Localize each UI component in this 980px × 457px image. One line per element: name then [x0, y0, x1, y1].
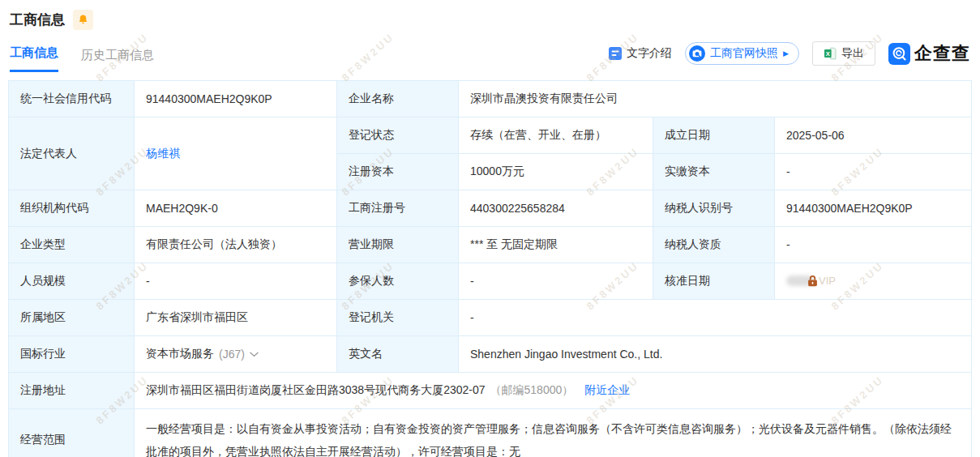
industry-text: 资本市场服务: [146, 347, 214, 361]
table-row: 国标行业 资本市场服务 (J67) 英文名 Shenzhen Jingao In…: [9, 336, 972, 373]
official-snapshot-label: 工商官网快照: [710, 46, 778, 61]
legal-rep-label: 法定代表人: [9, 117, 135, 190]
export-label: 导出: [841, 46, 864, 61]
establish-date-label: 成立日期: [653, 117, 775, 154]
table-row: 所属地区 广东省深圳市福田区 登记机关 -: [9, 300, 972, 336]
chevron-down-icon: [250, 352, 259, 357]
table-row: 注册地址 深圳市福田区福田街道岗厦社区金田路3038号现代商务大厦2302-07…: [9, 373, 972, 409]
legal-rep-value: 杨维祺: [135, 117, 337, 190]
reg-number-value: 440300225658284: [459, 190, 653, 227]
org-code-value: MAEH2Q9K-0: [135, 190, 337, 227]
approval-date-label: 核准日期: [653, 263, 775, 300]
business-scope-label: 经营范围: [9, 409, 135, 457]
lock-icon: [807, 275, 818, 287]
svg-text:X: X: [826, 50, 830, 58]
business-scope-value: 一般经营项目是：以自有资金从事投资活动；自有资金投资的资产管理服务；信息咨询服务…: [135, 409, 972, 457]
company-type-value: 有限责任公司（法人独资）: [135, 227, 337, 263]
address-postcode: （邮编518000）: [490, 383, 574, 396]
brand-name: 企查查: [914, 41, 970, 66]
staff-size-label: 人员规模: [9, 263, 135, 300]
taxpayer-qual-label: 纳税人资质: [653, 227, 775, 263]
reg-authority-label: 登记机关: [337, 300, 459, 336]
insured-count-label: 参保人数: [337, 263, 459, 300]
table-row: 经营范围 一般经营项目是：以自有资金从事投资活动；自有资金投资的资产管理服务；信…: [9, 409, 972, 457]
business-info-table: 统一社会信用代码 91440300MAEH2Q9K0P 企业名称 深圳市晶澳投资…: [8, 80, 972, 457]
export-button[interactable]: X 导出: [812, 41, 875, 66]
paid-capital-label: 实缴资本: [653, 154, 775, 190]
unified-code-value: 91440300MAEH2Q9K0P: [135, 81, 337, 117]
address-text: 深圳市福田区福田街道岗厦社区金田路3038号现代商务大厦2302-07: [146, 383, 486, 396]
taxpayer-qual-value: -: [775, 227, 972, 263]
reg-capital-label: 注册资本: [337, 154, 459, 190]
industry-label: 国标行业: [9, 336, 135, 373]
reg-authority-value: -: [459, 300, 972, 336]
unified-code-label: 统一社会信用代码: [9, 81, 135, 117]
company-type-label: 企业类型: [9, 227, 135, 263]
taxpayer-id-value: 91440300MAEH2Q9K0P: [775, 190, 972, 227]
reg-address-value: 深圳市福田区福田街道岗厦社区金田路3038号现代商务大厦2302-07（邮编51…: [135, 373, 972, 409]
tab-history-business-info[interactable]: 历史工商信息: [81, 48, 154, 72]
business-info-panel: 工商信息 工商信息 历史工商信息 文: [0, 0, 980, 457]
tab-business-info[interactable]: 工商信息: [10, 45, 58, 72]
play-triangle-icon: ▶: [783, 49, 789, 58]
official-snapshot-button[interactable]: 工商官网快照 ▶: [685, 42, 799, 65]
vip-locked-value[interactable]: VIP: [786, 275, 836, 287]
business-term-label: 营业期限: [337, 227, 459, 263]
business-term-value: *** 至 无固定期限: [459, 227, 653, 263]
english-name-value: Shenzhen Jingao Investment Co., Ltd.: [459, 336, 972, 373]
doc-icon: [609, 47, 622, 60]
staff-size-value: -: [135, 263, 337, 300]
reg-number-label: 工商注册号: [337, 190, 459, 227]
text-intro-label: 文字介绍: [627, 46, 672, 61]
company-name-label: 企业名称: [337, 81, 459, 117]
camera-snapshot-icon: [689, 45, 705, 62]
bell-icon: [77, 14, 89, 26]
nearby-companies-link[interactable]: 附近企业: [584, 383, 630, 396]
table-row: 法定代表人 杨维祺 登记状态 存续（在营、开业、在册） 成立日期 2025-05…: [9, 117, 972, 154]
text-intro-button[interactable]: 文字介绍: [609, 46, 672, 61]
english-name-label: 英文名: [337, 336, 459, 373]
table-row: 企业类型 有限责任公司（法人独资） 营业期限 *** 至 无固定期限 纳税人资质…: [9, 227, 972, 263]
table-row: 组织机构代码 MAEH2Q9K-0 工商注册号 440300225658284 …: [9, 190, 972, 227]
reg-capital-value: 10000万元: [459, 154, 653, 190]
industry-expander[interactable]: 资本市场服务 (J67): [146, 347, 259, 361]
taxpayer-id-label: 纳税人识别号: [653, 190, 775, 227]
vip-badge-text: VIP: [819, 275, 836, 287]
reg-status-value: 存续（在营、开业、在册）: [459, 117, 653, 154]
toolbar: 文字介绍 工商官网快照 ▶: [609, 41, 970, 72]
notification-bell-button[interactable]: [73, 10, 93, 30]
excel-icon: X: [824, 47, 837, 60]
reg-status-label: 登记状态: [337, 117, 459, 154]
org-code-label: 组织机构代码: [9, 190, 135, 227]
qcc-brand-logo[interactable]: 企查查: [888, 41, 970, 66]
qcc-logo-icon: [888, 43, 910, 65]
table-row: 人员规模 - 参保人数 - 核准日期 VIP: [9, 263, 972, 300]
paid-capital-value: -: [775, 154, 972, 190]
header: 工商信息: [8, 8, 972, 30]
establish-date-value: 2025-05-06: [775, 117, 972, 154]
table-row: 统一社会信用代码 91440300MAEH2Q9K0P 企业名称 深圳市晶澳投资…: [9, 81, 972, 117]
region-value: 广东省深圳市福田区: [135, 300, 337, 336]
insured-count-value: -: [459, 263, 653, 300]
industry-code: (J67): [219, 348, 245, 361]
approval-date-value: VIP: [775, 263, 972, 300]
reg-address-label: 注册地址: [9, 373, 135, 409]
page-title: 工商信息: [10, 11, 65, 29]
industry-value: 资本市场服务 (J67): [135, 336, 337, 373]
tab-bar: 工商信息 历史工商信息 文字介绍: [8, 41, 972, 72]
legal-rep-link[interactable]: 杨维祺: [146, 147, 180, 160]
region-label: 所属地区: [9, 300, 135, 336]
company-name-value: 深圳市晶澳投资有限责任公司: [459, 81, 972, 117]
